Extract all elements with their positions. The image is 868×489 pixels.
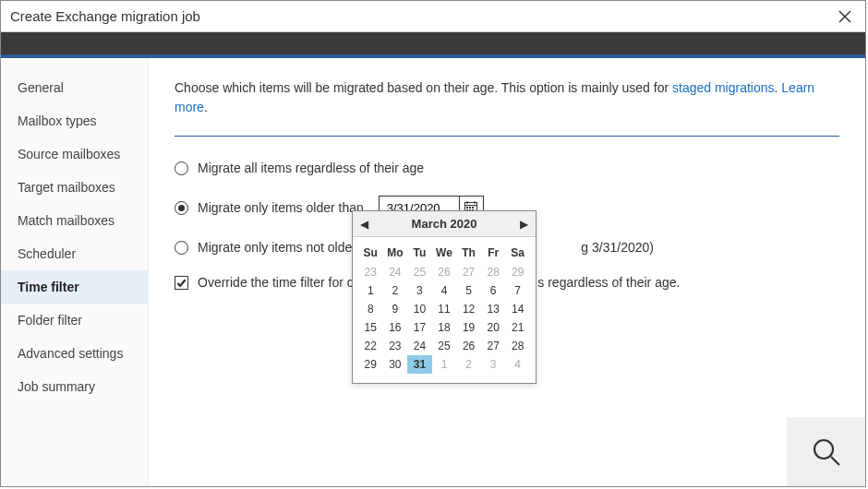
calendar-day[interactable]: 29 — [505, 263, 530, 281]
calendar-day[interactable]: 13 — [481, 300, 506, 318]
calendar-day[interactable]: 23 — [358, 263, 383, 281]
option-label-post: s regardless of their age. — [537, 275, 680, 290]
calendar-day[interactable]: 16 — [383, 318, 408, 337]
calendar-grid: SuMoTuWeThFrSa23242526272829123456789101… — [353, 237, 536, 383]
calendar-day[interactable]: 1 — [358, 281, 383, 300]
calendar-day-header: Tu — [407, 243, 432, 263]
calendar-day[interactable]: 28 — [505, 337, 530, 355]
close-icon — [838, 10, 851, 23]
intro-text: Choose which items will be migrated base… — [175, 78, 839, 117]
calendar-day[interactable]: 19 — [456, 318, 481, 337]
calendar-day[interactable]: 2 — [383, 281, 408, 300]
calendar-day[interactable]: 24 — [383, 263, 408, 281]
calendar-day-header: We — [432, 243, 457, 263]
radio-migrate-all[interactable] — [175, 161, 188, 175]
calendar-day[interactable]: 7 — [505, 281, 530, 300]
search-icon — [811, 436, 842, 468]
calendar-day[interactable]: 1 — [432, 355, 457, 374]
option-label: Migrate only items older than — [198, 200, 364, 215]
sidebar-item[interactable]: Job summary — [1, 370, 148, 403]
calendar-day[interactable]: 9 — [383, 300, 408, 318]
content-pane: Choose which items will be migrated base… — [149, 58, 865, 486]
svg-rect-6 — [466, 207, 468, 209]
calendar-day[interactable]: 30 — [383, 355, 408, 374]
dialog-window: Create Exchange migration job GeneralMai… — [0, 0, 866, 487]
sidebar-item[interactable]: Folder filter — [1, 304, 148, 337]
radio-not-older-than[interactable] — [175, 241, 188, 255]
calendar-day[interactable]: 3 — [481, 355, 506, 374]
calendar-day[interactable]: 20 — [481, 318, 506, 337]
sidebar-item[interactable]: Advanced settings — [1, 337, 148, 370]
calendar-day[interactable]: 23 — [383, 337, 408, 355]
calendar-day[interactable]: 11 — [432, 300, 457, 318]
calendar-day[interactable]: 18 — [432, 318, 457, 337]
search-button[interactable] — [787, 417, 865, 486]
sidebar-item[interactable]: Source mailboxes — [1, 137, 148, 171]
calendar-day[interactable]: 3 — [407, 281, 432, 300]
calendar-day[interactable]: 4 — [432, 281, 457, 300]
calendar-day-header: Fr — [481, 243, 506, 263]
calendar-day[interactable]: 15 — [358, 318, 383, 337]
svg-rect-8 — [472, 207, 474, 209]
sidebar-item[interactable]: Match mailboxes — [1, 204, 148, 237]
intro-end: . — [204, 100, 208, 114]
calendar-header: ◀ March 2020 ▶ — [353, 211, 536, 237]
calendar-day[interactable]: 10 — [407, 300, 432, 318]
calendar-day[interactable]: 28 — [481, 263, 506, 281]
option-label-pre: Override the time filter for cont — [198, 275, 371, 290]
option-label: Migrate all items regardless of their ag… — [198, 161, 424, 175]
date-picker-popup: ◀ March 2020 ▶ SuMoTuWeThFrSa23242526272… — [352, 210, 536, 384]
svg-rect-7 — [469, 207, 471, 209]
option-label-post: g 3/31/2020) — [581, 240, 654, 255]
calendar-day[interactable]: 6 — [481, 281, 506, 300]
calendar-prev[interactable]: ◀ — [360, 218, 368, 231]
calendar-day[interactable]: 25 — [432, 337, 457, 355]
dialog-body: GeneralMailbox typesSource mailboxesTarg… — [1, 58, 865, 486]
calendar-day[interactable]: 31 — [407, 355, 432, 374]
calendar-day[interactable]: 14 — [505, 300, 530, 318]
sidebar-item[interactable]: General — [1, 71, 148, 104]
calendar-day-header: Su — [358, 243, 383, 263]
header-dark-bar — [1, 32, 865, 54]
radio-older-than[interactable] — [175, 201, 188, 215]
calendar-day[interactable]: 8 — [358, 300, 383, 318]
calendar-day[interactable]: 26 — [456, 337, 481, 355]
option-migrate-all[interactable]: Migrate all items regardless of their ag… — [175, 161, 839, 175]
close-button[interactable] — [834, 6, 856, 28]
sidebar-item[interactable]: Time filter — [1, 270, 148, 304]
divider — [175, 136, 839, 137]
calendar-day[interactable]: 27 — [481, 337, 506, 355]
calendar-day[interactable]: 29 — [358, 355, 383, 374]
calendar-day[interactable]: 2 — [456, 355, 481, 374]
calendar-day[interactable]: 22 — [358, 337, 383, 355]
calendar-day[interactable]: 25 — [407, 263, 432, 281]
calendar-day-header: Mo — [383, 243, 408, 263]
calendar-title: March 2020 — [412, 217, 477, 231]
sidebar-item[interactable]: Target mailboxes — [1, 171, 148, 204]
calendar-day[interactable]: 26 — [432, 263, 457, 281]
calendar-day-header: Th — [456, 243, 481, 263]
calendar-day-header: Sa — [505, 243, 530, 263]
dialog-title: Create Exchange migration job — [10, 8, 200, 24]
sidebar-item[interactable]: Scheduler — [1, 237, 148, 270]
svg-line-13 — [831, 457, 839, 465]
staged-migrations-link[interactable]: staged migrations — [672, 80, 775, 95]
titlebar: Create Exchange migration job — [1, 1, 865, 32]
sidebar-item[interactable]: Mailbox types — [1, 104, 148, 137]
wizard-sidebar: GeneralMailbox typesSource mailboxesTarg… — [1, 58, 149, 486]
calendar-day[interactable]: 12 — [456, 300, 481, 318]
calendar-day[interactable]: 24 — [407, 337, 432, 355]
calendar-day[interactable]: 5 — [456, 281, 481, 300]
checkbox-override[interactable] — [175, 276, 188, 290]
calendar-day[interactable]: 27 — [456, 263, 481, 281]
calendar-day[interactable]: 4 — [505, 355, 530, 374]
check-icon — [176, 278, 187, 288]
calendar-next[interactable]: ▶ — [520, 218, 528, 231]
calendar-day[interactable]: 17 — [407, 318, 432, 337]
calendar-day[interactable]: 21 — [505, 318, 530, 337]
intro-text-part: Choose which items will be migrated base… — [175, 80, 672, 95]
svg-point-12 — [814, 440, 833, 459]
